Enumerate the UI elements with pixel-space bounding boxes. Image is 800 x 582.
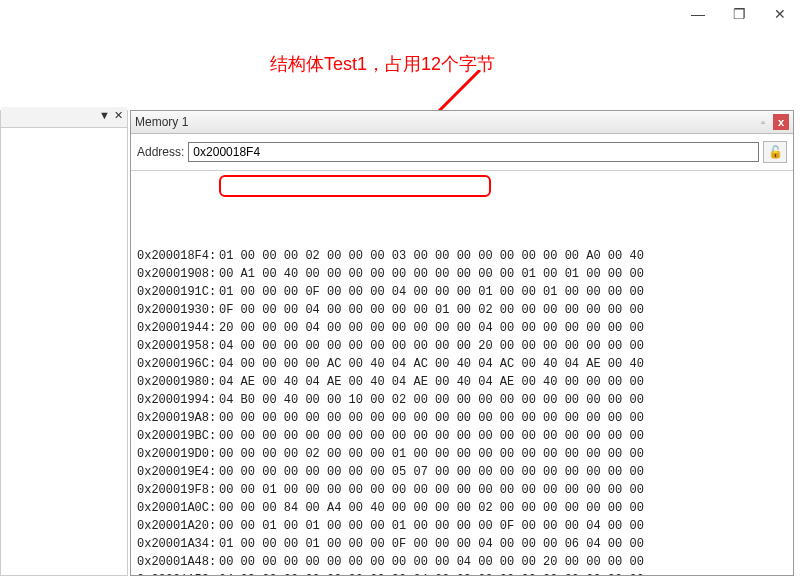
left-panel: ▼ ✕ (0, 110, 128, 576)
memory-row-address: 0x200019D0: (137, 445, 219, 463)
memory-row-bytes: 01 00 00 00 0F 00 00 00 04 00 00 00 01 0… (219, 283, 644, 301)
highlight-struct-test1 (219, 175, 491, 197)
memory-row-bytes: 00 A1 00 40 00 00 00 00 00 00 00 00 00 0… (219, 265, 644, 283)
left-panel-pin-icon[interactable]: ▼ (99, 109, 110, 122)
memory-row: 0x20001A0C: 00 00 00 84 00 A4 00 40 00 0… (137, 499, 787, 517)
memory-row: 0x200019A8: 00 00 00 00 00 00 00 00 00 0… (137, 409, 787, 427)
left-panel-close-icon[interactable]: ✕ (114, 109, 123, 122)
memory-row-bytes: 01 00 00 00 01 00 00 00 0F 00 00 00 04 0… (219, 535, 644, 553)
memory-pin-icon[interactable]: ▫ (755, 114, 771, 130)
memory-row: 0x20001958: 04 00 00 00 00 00 00 00 00 0… (137, 337, 787, 355)
memory-row-bytes: 20 00 00 00 04 00 00 00 00 00 00 00 04 0… (219, 319, 644, 337)
memory-row: 0x20001944: 20 00 00 00 04 00 00 00 00 0… (137, 319, 787, 337)
memory-row-bytes: 0F 00 00 00 04 00 00 00 00 00 01 00 02 0… (219, 301, 644, 319)
lock-icon[interactable]: 🔓 (763, 141, 787, 163)
memory-row-bytes: 04 B0 00 40 00 00 10 00 02 00 00 00 00 0… (219, 391, 644, 409)
memory-row-address: 0x20001944: (137, 319, 219, 337)
memory-row-address: 0x200018F4: (137, 247, 219, 265)
memory-row: 0x200019E4: 00 00 00 00 00 00 00 00 05 0… (137, 463, 787, 481)
memory-row-bytes: 00 00 00 00 00 00 00 00 00 00 00 00 00 0… (219, 409, 644, 427)
close-button[interactable]: ✕ (774, 6, 786, 22)
memory-row-bytes: 04 00 00 00 00 00 00 00 00 04 00 00 00 0… (219, 571, 644, 575)
memory-row: 0x20001A34: 01 00 00 00 01 00 00 00 0F 0… (137, 535, 787, 553)
annotation-text: 结构体Test1，占用12个字节 (270, 52, 495, 76)
window-controls: — ❐ ✕ (691, 0, 800, 28)
memory-row-address: 0x20001958: (137, 337, 219, 355)
memory-row-address: 0x20001A34: (137, 535, 219, 553)
memory-row: 0x20001A48: 00 00 00 00 00 00 00 00 00 0… (137, 553, 787, 571)
memory-row-address: 0x20001A48: (137, 553, 219, 571)
minimize-button[interactable]: — (691, 6, 705, 22)
memory-row: 0x2000191C: 01 00 00 00 0F 00 00 00 04 0… (137, 283, 787, 301)
memory-row-address: 0x2000196C: (137, 355, 219, 373)
left-panel-header: ▼ ✕ (1, 107, 127, 128)
memory-row-bytes: 00 00 01 00 00 00 00 00 00 00 00 00 00 0… (219, 481, 644, 499)
memory-panel: Memory 1 ▫ x Address: 🔓 0x200018F4: 01 0… (130, 110, 794, 576)
memory-row-address: 0x20001930: (137, 301, 219, 319)
memory-row: 0x20001930: 0F 00 00 00 04 00 00 00 00 0… (137, 301, 787, 319)
memory-row: 0x2000196C: 04 00 00 00 00 AC 00 40 04 A… (137, 355, 787, 373)
memory-row-address: 0x200019BC: (137, 427, 219, 445)
memory-row-bytes: 04 AE 00 40 04 AE 00 40 04 AE 00 40 04 A… (219, 373, 644, 391)
memory-titlebar: Memory 1 ▫ x (131, 111, 793, 134)
memory-row-address: 0x20001A20: (137, 517, 219, 535)
memory-row-address: 0x20001908: (137, 265, 219, 283)
memory-row: 0x200018F4: 01 00 00 00 02 00 00 00 03 0… (137, 247, 787, 265)
memory-row: 0x20001980: 04 AE 00 40 04 AE 00 40 04 A… (137, 373, 787, 391)
memory-row: 0x20001A20: 00 00 01 00 01 00 00 00 01 0… (137, 517, 787, 535)
memory-close-icon[interactable]: x (773, 114, 789, 130)
memory-row-bytes: 00 00 00 00 00 00 00 00 05 07 00 00 00 0… (219, 463, 644, 481)
memory-row: 0x20001908: 00 A1 00 40 00 00 00 00 00 0… (137, 265, 787, 283)
memory-row-address: 0x2000191C: (137, 283, 219, 301)
memory-row-bytes: 00 00 00 00 00 00 00 00 00 00 00 00 00 0… (219, 427, 644, 445)
memory-address-bar: Address: 🔓 (131, 134, 793, 171)
memory-row: 0x200019BC: 00 00 00 00 00 00 00 00 00 0… (137, 427, 787, 445)
memory-row-address: 0x20001A5C: (137, 571, 219, 575)
memory-row-bytes: 04 00 00 00 00 00 00 00 00 00 00 00 20 0… (219, 337, 644, 355)
address-label: Address: (137, 145, 184, 159)
memory-row-bytes: 01 00 00 00 02 00 00 00 03 00 00 00 00 0… (219, 247, 644, 265)
memory-row-address: 0x200019E4: (137, 463, 219, 481)
memory-row-address: 0x200019A8: (137, 409, 219, 427)
memory-row-bytes: 00 00 01 00 01 00 00 00 01 00 00 00 00 0… (219, 517, 644, 535)
memory-row-bytes: 00 00 00 00 02 00 00 00 01 00 00 00 00 0… (219, 445, 644, 463)
memory-row-address: 0x20001994: (137, 391, 219, 409)
maximize-button[interactable]: ❐ (733, 6, 746, 22)
memory-row-bytes: 04 00 00 00 00 AC 00 40 04 AC 00 40 04 A… (219, 355, 644, 373)
address-input[interactable] (188, 142, 759, 162)
memory-row-bytes: 00 00 00 84 00 A4 00 40 00 00 00 00 02 0… (219, 499, 644, 517)
memory-row: 0x20001A5C: 04 00 00 00 00 00 00 00 00 0… (137, 571, 787, 575)
memory-row-bytes: 00 00 00 00 00 00 00 00 00 00 00 04 00 0… (219, 553, 644, 571)
memory-row: 0x200019D0: 00 00 00 00 02 00 00 00 01 0… (137, 445, 787, 463)
memory-row: 0x200019F8: 00 00 01 00 00 00 00 00 00 0… (137, 481, 787, 499)
memory-row-address: 0x200019F8: (137, 481, 219, 499)
memory-row: 0x20001994: 04 B0 00 40 00 00 10 00 02 0… (137, 391, 787, 409)
memory-panel-title: Memory 1 (135, 115, 753, 129)
memory-row-address: 0x20001980: (137, 373, 219, 391)
memory-row-address: 0x20001A0C: (137, 499, 219, 517)
memory-hex-view[interactable]: 0x200018F4: 01 00 00 00 02 00 00 00 03 0… (131, 171, 793, 575)
